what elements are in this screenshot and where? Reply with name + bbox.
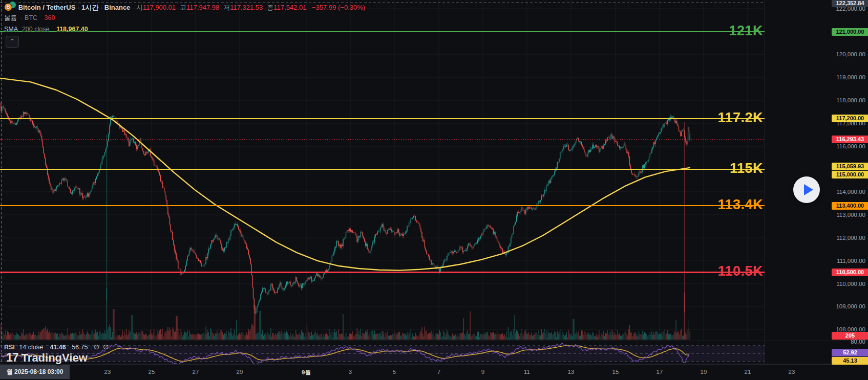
line-121000-tag: 121,000.00 [832, 28, 868, 36]
ohlc-values: 시117,900.01고117,947.98저117,321.53종117,54… [132, 4, 306, 11]
price-tick: 111,000.00 [837, 258, 865, 264]
level-label-115k: 115K [730, 161, 763, 176]
level-label-110.5k: 110.5K [717, 263, 763, 279]
crosshair-price-tag: 122,352.84 [832, 0, 868, 7]
horizontal-line-117.2k[interactable] [0, 118, 765, 119]
volume-value-tag: 205 [832, 332, 868, 340]
collapse-legend-button[interactable]: ⌃ [6, 36, 19, 48]
line-115000-tag: 115,000.00 [832, 171, 868, 178]
price-tick: 109,000.00 [836, 303, 865, 309]
time-tick: 9 [481, 369, 484, 375]
time-tick: 19 [701, 369, 707, 375]
horizontal-line-113.4k[interactable] [0, 205, 765, 206]
level-label-121k: 121K [729, 23, 763, 39]
tradingview-logo[interactable]: 17TradingView [6, 351, 88, 365]
price-tick: 110,000.00 [836, 281, 865, 287]
symbol-legend[interactable]: B Bitcoin / TetherUS · 1시간 · Binance 시11… [4, 3, 365, 12]
price-tick: 120,000.00 [836, 51, 865, 57]
candlestick-chart[interactable] [0, 0, 765, 341]
symbol-logo-icon: B [4, 3, 16, 11]
rsi-legend[interactable]: RSI 14 close 41.46 56.75 ∅ ∅ [4, 343, 109, 351]
chevron-up-icon: ⌃ [10, 38, 14, 44]
time-tick: 25 [149, 369, 155, 375]
time-tick: 23 [789, 369, 795, 375]
rsi-ma-value: 56.75 [72, 344, 88, 351]
play-button[interactable] [793, 176, 820, 203]
line-110500-tag: 110,500.00 [832, 269, 868, 276]
level-label-113.4k: 113.4K [717, 197, 763, 213]
horizontal-line-121k[interactable] [0, 31, 765, 32]
price-tick: 114,000.00 [836, 189, 865, 195]
price-tick: 112,000.00 [836, 235, 865, 241]
time-tick: 23 [104, 369, 111, 375]
symbol-title[interactable]: Bitcoin / TetherUS [18, 4, 76, 11]
price-tick: 118,000.00 [836, 97, 865, 103]
time-tick: 21 [745, 369, 751, 375]
price-tick: 116,000.00 [836, 143, 865, 149]
time-axis[interactable]: 232527299월357911131517192123 [0, 364, 868, 380]
change-value: −357.99 (−0.30%) [312, 4, 365, 11]
time-tick: 9월 [302, 369, 311, 376]
time-tick: 27 [193, 369, 199, 375]
last-price-tag: 116,293.43 [832, 136, 868, 143]
line-113400-tag: 113,400.00 [832, 202, 868, 210]
time-tick: 15 [612, 369, 619, 375]
play-icon [804, 184, 813, 195]
time-tick: 7 [437, 369, 440, 375]
tradingview-chart-window: B Bitcoin / TetherUS · 1시간 · Binance 시11… [0, 0, 868, 380]
volume-value: 360 [45, 14, 55, 21]
price-tick: 113,000.00 [836, 212, 865, 218]
time-tick: 13 [568, 369, 575, 375]
pane-separator[interactable] [0, 341, 868, 341]
rsi-ma-value-tag: 45.13 [832, 357, 868, 365]
time-tick: 29 [237, 369, 243, 375]
horizontal-line-115k[interactable] [0, 169, 765, 170]
sma-value-tag: 115,059.93 [832, 163, 868, 170]
sma-value: 118,967.40 [56, 26, 88, 33]
interval[interactable]: 1시간 [81, 4, 98, 11]
level-label-117.2k: 117.2K [717, 110, 763, 126]
rsi-pane[interactable] [0, 341, 765, 364]
tradingview-mark-icon: 17 [6, 351, 18, 364]
time-tick: 3 [349, 369, 352, 375]
volume-legend[interactable]: 볼륨 · BTC 360 [4, 14, 55, 23]
time-tick: 5 [393, 369, 396, 375]
sma-legend[interactable]: SMA 200 close 118,967.40 [4, 26, 88, 33]
crosshair-time-tag: 월 2025-08-18 03:00 [0, 365, 70, 379]
price-tick: 119,000.00 [836, 74, 865, 80]
time-tick: 11 [524, 369, 530, 375]
crosshair-vertical-line [1, 0, 2, 364]
rsi-value-tag: 52.92 [832, 349, 868, 356]
exchange[interactable]: Binance [104, 4, 131, 11]
time-tick: 17 [657, 369, 663, 375]
rsi-value: 41.46 [50, 344, 66, 351]
horizontal-line-110.5k[interactable] [0, 272, 765, 273]
line-117200-tag: 117,200.00 [832, 115, 868, 122]
